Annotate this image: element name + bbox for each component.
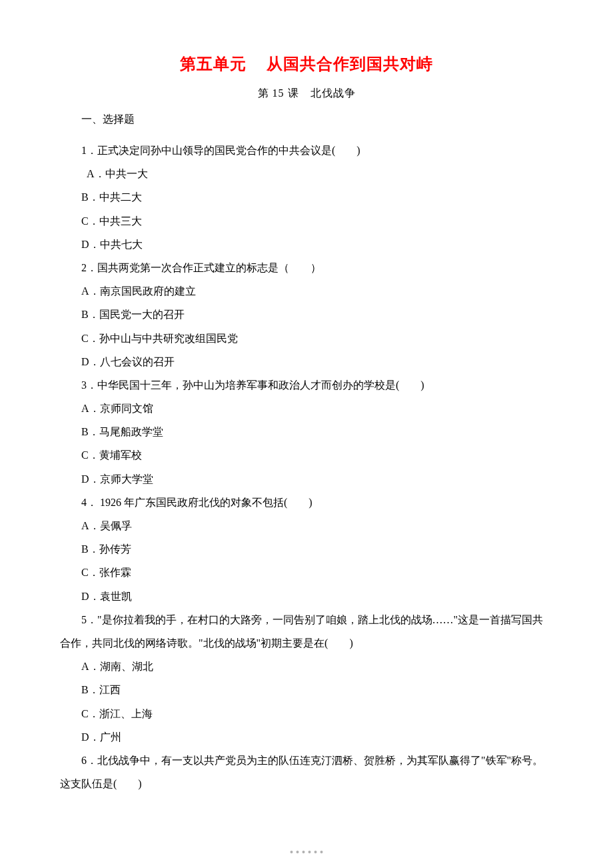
question-stem: 3．中华民国十三年，孙中山为培养军事和政治人才而创办的学校是( ): [60, 373, 553, 397]
unit-title: 第五单元从国共合作到国共对峙: [60, 53, 553, 75]
question-stem: 4． 1926 年广东国民政府北伐的对象不包括( ): [60, 491, 553, 514]
question-option: B．孙传芳: [60, 537, 553, 561]
question-option: A．南京国民政府的建立: [60, 279, 553, 303]
question-option: B．马尾船政学堂: [60, 420, 553, 443]
question-option: D．袁世凯: [60, 585, 553, 608]
question-option: B．中共二大: [60, 185, 553, 209]
question-option: C．张作霖: [60, 561, 553, 584]
section-heading: 一、选择题: [60, 113, 553, 127]
lesson-title: 第 15 课 北伐战争: [60, 87, 553, 101]
unit-title-part-b: 从国共合作到国共对峙: [267, 55, 433, 73]
questions-container: 1．正式决定同孙中山领导的国民党合作的中共会议是( )A．中共一大B．中共二大C…: [60, 139, 553, 795]
question-option: D．八七会议的召开: [60, 350, 553, 373]
question-option: A．吴佩孚: [60, 514, 553, 537]
question-stem: 6．北伐战争中，有一支以共产党员为主的队伍连克汀泗桥、贺胜桥，为其军队赢得了"铁…: [60, 749, 553, 795]
question-option: A．京师同文馆: [60, 397, 553, 420]
question-option: C．浙江、上海: [60, 702, 553, 725]
question-option: B．江西: [60, 678, 553, 701]
question-option: B．国民党一大的召开: [60, 303, 553, 326]
question-stem: 1．正式决定同孙中山领导的国民党合作的中共会议是( ): [60, 139, 553, 162]
unit-title-part-a: 第五单元: [180, 55, 247, 73]
question-option: A．中共一大: [60, 162, 553, 185]
question-option: C．中共三大: [60, 209, 553, 233]
question-stem: 5．"是你拉着我的手，在村口的大路旁，一同告别了咱娘，踏上北伐的战场……"这是一…: [60, 608, 553, 655]
question-option: C．黄埔军校: [60, 443, 553, 467]
question-option: A．湖南、湖北: [60, 655, 553, 678]
question-option: C．孙中山与中共研究改组国民党: [60, 327, 553, 350]
question-option: D．京师大学堂: [60, 467, 553, 491]
question-stem: 2．国共两党第一次合作正式建立的标志是（ ）: [60, 256, 553, 279]
page-indicator-dots: [291, 851, 323, 853]
question-option: D．广州: [60, 725, 553, 749]
question-option: D．中共七大: [60, 233, 553, 256]
